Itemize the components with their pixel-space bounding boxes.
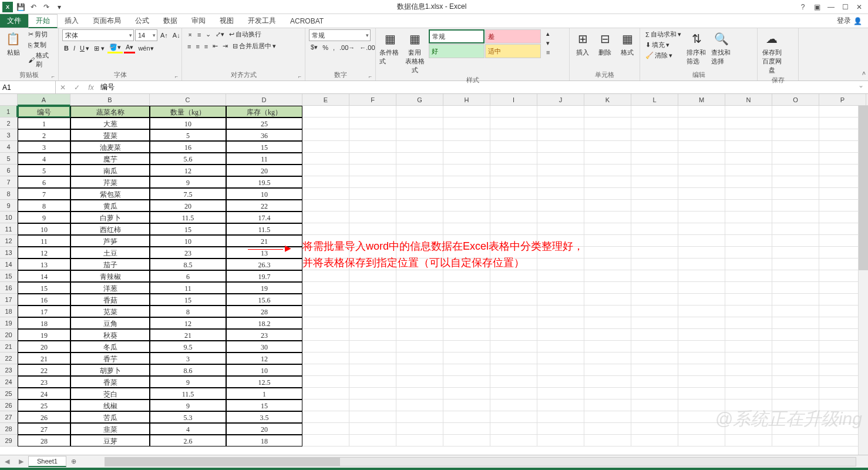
enter-formula-icon[interactable]: ✓ [70,83,84,92]
cell-K3[interactable] [584,129,631,141]
cell-B1[interactable]: 蔬菜名称 [70,106,150,118]
cell-K15[interactable] [584,270,631,282]
cell-N12[interactable] [725,235,772,247]
cell-A27[interactable]: 26 [18,411,70,423]
cell-A19[interactable]: 18 [18,317,70,329]
cell-O7[interactable] [772,176,819,188]
cell-C26[interactable]: 9 [150,400,226,411]
cell-M25[interactable] [678,388,725,400]
cell-K9[interactable] [584,200,631,212]
cell-J27[interactable] [537,411,584,423]
cell-F17[interactable] [349,294,396,306]
cell-E29[interactable] [302,435,349,446]
row-header-16[interactable]: 16 [0,282,18,294]
col-header-P[interactable]: P [819,94,866,106]
cell-D13[interactable]: 13 [226,247,302,258]
cell-K17[interactable] [584,294,631,306]
cell-J3[interactable] [537,129,584,141]
cell-E5[interactable] [302,153,349,164]
paste-button[interactable]: 📋粘贴 [4,29,23,57]
cell-B25[interactable]: 茭白 [70,388,150,400]
cell-J26[interactable] [537,400,584,411]
tab-data[interactable]: 数据 [156,14,184,28]
cell-I5[interactable] [490,153,537,164]
cell-K2[interactable] [584,118,631,129]
cell-B28[interactable]: 韭菜 [70,423,150,435]
cell-D21[interactable]: 30 [226,341,302,352]
cell-D26[interactable]: 15 [226,400,302,411]
row-header-1[interactable]: 1 [0,106,18,118]
row-header-29[interactable]: 29 [0,435,18,446]
row-header-17[interactable]: 17 [0,294,18,306]
cell-L12[interactable] [631,235,678,247]
cell-G25[interactable] [396,388,443,400]
cell-E10[interactable] [302,212,349,223]
cell-E21[interactable] [302,341,349,352]
row-header-2[interactable]: 2 [0,118,18,129]
cell-F16[interactable] [349,282,396,294]
cell-D7[interactable]: 19.5 [226,176,302,188]
cell-O20[interactable] [772,329,819,341]
cell-F23[interactable] [349,364,396,376]
help-icon[interactable]: ? [796,2,809,12]
cell-G15[interactable] [396,270,443,282]
cell-H14[interactable] [443,258,490,270]
cell-L6[interactable] [631,164,678,176]
cell-C18[interactable]: 8 [150,306,226,317]
select-all-corner[interactable] [0,94,18,106]
cell-B12[interactable]: 芦笋 [70,235,150,247]
cell-E17[interactable] [302,294,349,306]
cell-L20[interactable] [631,329,678,341]
cell-D8[interactable]: 10 [226,188,302,200]
cell-A8[interactable]: 7 [18,188,70,200]
cell-B8[interactable]: 紫包菜 [70,188,150,200]
cell-G17[interactable] [396,294,443,306]
align-launcher[interactable]: ⌐ [298,73,301,79]
cell-I4[interactable] [490,141,537,153]
cell-E3[interactable] [302,129,349,141]
cell-I26[interactable] [490,400,537,411]
cell-F14[interactable] [349,258,396,270]
cell-M18[interactable] [678,306,725,317]
fill-color-button[interactable]: 🪣▾ [107,43,123,53]
cell-E12[interactable] [302,235,349,247]
cell-G24[interactable] [396,376,443,388]
tab-dev[interactable]: 开发工具 [241,14,283,28]
cell-M16[interactable] [678,282,725,294]
cell-C22[interactable]: 3 [150,352,226,364]
cell-I6[interactable] [490,164,537,176]
vertical-scrollbar[interactable] [858,106,868,455]
tab-formulas[interactable]: 公式 [128,14,156,28]
col-header-J[interactable]: J [537,94,584,106]
ribbon-options-icon[interactable]: ▣ [810,2,823,12]
cell-L13[interactable] [631,247,678,258]
cell-G10[interactable] [396,212,443,223]
cell-I29[interactable] [490,435,537,446]
cell-H24[interactable] [443,376,490,388]
cell-I7[interactable] [490,176,537,188]
cell-O12[interactable] [772,235,819,247]
cell-A28[interactable]: 27 [18,423,70,435]
cell-D6[interactable]: 20 [226,164,302,176]
row-header-19[interactable]: 19 [0,317,18,329]
row-header-21[interactable]: 21 [0,341,18,352]
cell-D24[interactable]: 12.5 [226,376,302,388]
cell-O10[interactable] [772,212,819,223]
cell-G16[interactable] [396,282,443,294]
align-left-icon[interactable]: ≡ [186,42,193,51]
cell-G4[interactable] [396,141,443,153]
cell-L10[interactable] [631,212,678,223]
cell-G20[interactable] [396,329,443,341]
cell-E20[interactable] [302,329,349,341]
cell-D28[interactable]: 20 [226,423,302,435]
conditional-format-button[interactable]: ▦条件格式 [379,29,401,66]
cell-N29[interactable] [725,435,772,446]
cell-I13[interactable] [490,247,537,258]
cell-I24[interactable] [490,376,537,388]
row-header-3[interactable]: 3 [0,129,18,141]
cell-K26[interactable] [584,400,631,411]
cell-E14[interactable] [302,258,349,270]
cell-D11[interactable]: 11.5 [226,223,302,235]
cell-F22[interactable] [349,352,396,364]
font-name-combo[interactable]: 宋体 [62,29,134,41]
